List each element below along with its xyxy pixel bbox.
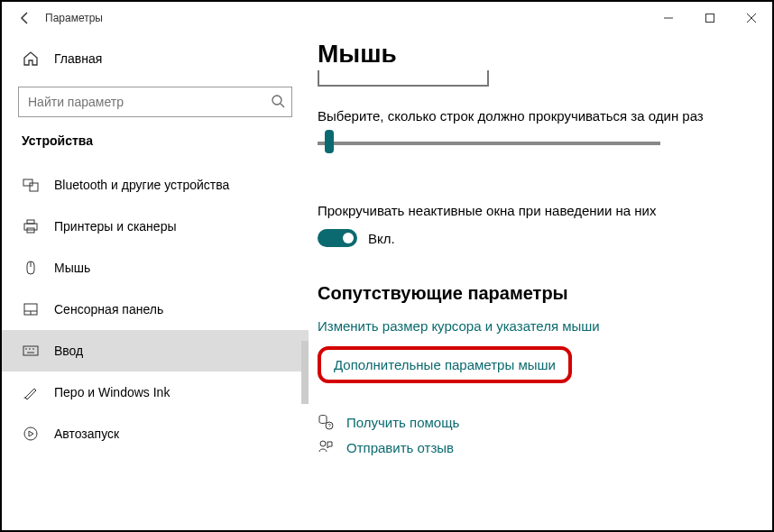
sidebar-item-printers[interactable]: Принтеры и сканеры [2,206,309,247]
home-label: Главная [54,51,102,66]
sidebar-item-label: Автозапуск [54,427,119,441]
get-help-label: Получить помощь [346,415,459,430]
titlebar: Параметры [2,2,772,34]
maximize-button[interactable] [689,4,731,32]
page-title: Мышь [318,40,763,69]
link-cursor-size[interactable]: Изменить размер курсора и указателя мыши [318,318,763,334]
sidebar-item-autoplay[interactable]: Автозапуск [2,413,309,454]
sidebar-item-label: Мышь [54,261,90,275]
touchpad-icon [22,301,40,317]
highlight-box: Дополнительные параметры мыши [318,346,572,383]
scroll-lines-slider[interactable] [318,134,660,161]
feedback-icon [318,439,337,455]
window-title: Параметры [45,12,103,24]
pen-icon [22,384,40,400]
svg-point-22 [320,441,326,446]
mouse-icon [22,260,40,276]
svg-rect-5 [30,183,38,191]
scroll-lines-label: Выберите, сколько строк должно прокручив… [318,108,763,124]
search-icon [271,94,285,108]
sidebar-item-label: Перо и Windows Ink [54,385,170,399]
toggle-pill [318,229,357,247]
sidebar: Главная Устройства Bluetooth и другие ус… [2,34,309,530]
inactive-scroll-toggle[interactable]: Вкл. [318,229,763,247]
get-help-link[interactable]: ? Получить помощь [318,414,763,430]
settings-window: Параметры Главная [0,0,774,532]
sidebar-item-label: Bluetooth и другие устройства [54,178,229,192]
slider-thumb[interactable] [325,130,334,153]
keyboard-icon [22,343,40,359]
search-input[interactable] [18,87,292,117]
feedback-link[interactable]: Отправить отзыв [318,439,763,455]
svg-rect-7 [27,220,34,224]
home-button[interactable]: Главная [2,45,309,72]
autoplay-icon [22,426,40,442]
sidebar-item-label: Ввод [54,344,83,358]
toggle-knob [343,233,354,243]
footer-links: ? Получить помощь Отправить отзыв [318,414,763,455]
svg-line-3 [281,104,284,107]
toggle-state-label: Вкл. [368,231,395,246]
sidebar-item-label: Сенсорная панель [54,302,163,316]
sidebar-scrollbar[interactable] [301,341,309,404]
main-panel: Мышь Выберите, сколько строк должно прок… [309,34,772,530]
sidebar-item-label: Принтеры и сканеры [54,219,176,234]
search-wrap [18,87,292,117]
sidebar-item-touchpad[interactable]: Сенсорная панель [2,289,309,330]
svg-rect-6 [24,224,37,230]
link-advanced-mouse[interactable]: Дополнительные параметры мыши [334,357,556,372]
window-controls [648,4,772,32]
back-button[interactable] [13,5,38,31]
svg-text:?: ? [328,423,332,428]
nav-list: Bluetooth и другие устройства Принтеры и… [2,164,309,454]
content: Главная Устройства Bluetooth и другие ус… [2,34,772,530]
close-button[interactable] [731,4,772,32]
svg-rect-1 [706,14,714,23]
inactive-scroll-label: Прокручивать неактивные окна при наведен… [318,203,763,218]
minimize-button[interactable] [648,4,689,32]
devices-icon [22,177,40,193]
svg-point-19 [24,427,37,440]
help-icon: ? [318,414,337,430]
sidebar-item-bluetooth[interactable]: Bluetooth и другие устройства [2,164,309,206]
sidebar-item-typing[interactable]: Ввод [2,330,309,371]
related-heading: Сопутствующие параметры [318,283,763,304]
category-label: Устройства [2,133,309,155]
inactive-scroll-row: Прокручивать неактивные окна при наведен… [318,203,763,247]
dropdown-remnant[interactable] [318,70,489,87]
svg-point-2 [272,96,281,105]
home-icon [22,50,40,67]
sidebar-item-mouse[interactable]: Мышь [2,247,309,289]
feedback-label: Отправить отзыв [346,440,454,455]
printer-icon [22,218,40,234]
svg-rect-14 [23,346,38,355]
sidebar-item-pen[interactable]: Перо и Windows Ink [2,371,309,413]
slider-track [318,142,660,145]
